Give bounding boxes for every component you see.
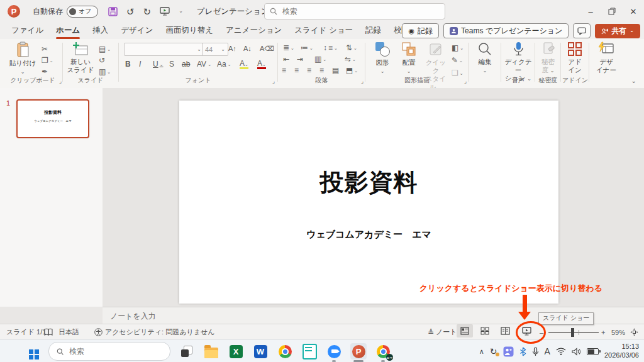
taskbar-search-input[interactable]	[68, 346, 162, 356]
copy-icon[interactable]: ❐⌄	[42, 57, 53, 64]
paragraph-dialog-launcher-icon[interactable]: ⌟	[361, 78, 364, 84]
task-view-button[interactable]	[179, 343, 195, 359]
change-case-button[interactable]: Aa⌄	[217, 60, 231, 68]
zoom-slider-thumb[interactable]	[571, 328, 574, 337]
undo-button[interactable]: ↺	[126, 7, 135, 16]
powerpoint-app-icon[interactable]: P	[8, 5, 20, 18]
slide-editing-area[interactable]: 投影資料 ウェブコムアカデミー エマ	[179, 101, 558, 304]
tray-expand-chevron-icon[interactable]: ∧	[479, 348, 484, 356]
slide-layout-icon[interactable]: ▤⌄	[99, 45, 111, 53]
text-sort-icon[interactable]: ⇅⌄	[346, 44, 357, 52]
fit-slide-to-window-button[interactable]	[630, 324, 638, 340]
file-explorer-button[interactable]	[203, 343, 219, 359]
start-button[interactable]	[29, 349, 33, 354]
clipboard-dialog-launcher-icon[interactable]: ⌟	[59, 78, 62, 84]
tab-insert[interactable]: 挿入	[86, 23, 114, 39]
text-direction-icon[interactable]: ⇋⌄	[345, 55, 356, 63]
section-icon[interactable]: ▥⌄	[99, 68, 111, 75]
tab-slideshow[interactable]: スライド ショー	[288, 23, 359, 39]
underline-button[interactable]: U⌄	[153, 60, 164, 68]
align-right-icon[interactable]: ≡	[307, 67, 311, 74]
clock[interactable]: 15:13 2026/03/06	[604, 343, 639, 360]
slide-sorter-view-button[interactable]	[477, 324, 493, 337]
accessibility-icon[interactable]	[94, 324, 103, 340]
align-center-icon[interactable]: ≡	[294, 67, 299, 74]
font-dialog-launcher-icon[interactable]: ⌟	[272, 78, 275, 84]
word-button[interactable]: W	[252, 343, 269, 359]
tab-record[interactable]: 記録	[359, 23, 387, 39]
customize-toolbar-chevron-icon[interactable]: ⌄	[179, 9, 183, 14]
tab-transitions[interactable]: 画面切り替え	[159, 23, 219, 39]
clear-formatting-icon[interactable]: A⌫	[260, 45, 274, 52]
share-button[interactable]: 共有 ⌄	[595, 24, 640, 38]
ribbon-collapse-button[interactable]: ⌄	[631, 78, 636, 84]
tab-home[interactable]: ホーム	[50, 23, 86, 39]
slide-subtitle[interactable]: ウェブコムアカデミー エマ	[179, 229, 558, 241]
designer-button[interactable]: デザ イナー	[591, 41, 621, 74]
spellcheck-icon[interactable]	[44, 324, 53, 340]
excel-button[interactable]: X	[228, 343, 244, 359]
slide-title[interactable]: 投影資料	[179, 167, 558, 199]
slide-thumbnail[interactable]: 投影資料 ウェブコムアカデミー エマ	[16, 99, 89, 138]
grow-font-icon[interactable]: A↑	[228, 45, 236, 52]
editing-button[interactable]: 編集⌄	[471, 41, 499, 74]
columns-icon[interactable]: ▥⌄	[314, 55, 326, 63]
accessibility-status[interactable]: アクセシビリティ: 問題ありません	[105, 324, 214, 340]
sensitivity-button[interactable]: 秘密 度 ⌄	[536, 41, 560, 74]
font-name-select[interactable]: ⌄	[124, 43, 204, 56]
decrease-indent-icon[interactable]: ⇤	[283, 55, 289, 63]
tab-file[interactable]: ファイル	[5, 23, 50, 39]
align-left-icon[interactable]: ≡	[282, 67, 286, 74]
ime-indicator[interactable]: A	[545, 346, 550, 356]
teams-present-button[interactable]: Teams でプレゼンテーション	[443, 23, 569, 38]
search-box[interactable]	[264, 3, 445, 19]
notepad-button[interactable]	[301, 343, 318, 359]
tab-design[interactable]: デザイン	[114, 23, 159, 39]
bold-button[interactable]: B	[125, 60, 131, 68]
convert-to-smartart-icon[interactable]: ⬒⌄	[346, 67, 358, 74]
slide-counter[interactable]: スライド 1/1	[6, 324, 46, 340]
redo-button[interactable]: ↻	[143, 7, 152, 16]
comments-button[interactable]	[573, 23, 591, 38]
font-color-button[interactable]: A⌄	[257, 60, 266, 69]
font-size-select[interactable]: 44 ⌄	[202, 43, 228, 56]
cut-icon[interactable]: ✂	[42, 45, 48, 53]
zoom-in-button[interactable]: +	[601, 324, 605, 340]
drawing-dialog-launcher-icon[interactable]: ⌟	[464, 78, 467, 84]
zoom-slider-track[interactable]	[548, 332, 599, 333]
text-shadow-button[interactable]: S	[169, 60, 174, 68]
shape-outline-icon[interactable]: ✎⌄	[452, 57, 463, 64]
minimize-button[interactable]: –	[580, 7, 601, 16]
arrange-button[interactable]: 配置⌄	[396, 41, 421, 75]
highlight-color-button[interactable]: A⌄	[240, 60, 248, 69]
wifi-icon[interactable]	[556, 348, 566, 355]
chrome-button[interactable]	[277, 343, 293, 359]
autosave-control[interactable]: 自動保存 オフ	[33, 6, 98, 18]
chrome-profile-button[interactable]: エマ	[375, 343, 391, 359]
tab-animations[interactable]: アニメーション	[219, 23, 288, 39]
justify-icon[interactable]: ≡	[319, 67, 324, 74]
shape-fill-icon[interactable]: ◧⌄	[452, 44, 464, 52]
reading-view-button[interactable]	[497, 324, 513, 337]
reset-slide-icon[interactable]: ↺	[99, 57, 105, 64]
language-indicator[interactable]: 日本語	[58, 324, 79, 340]
start-slideshow-icon[interactable]	[160, 7, 170, 16]
shrink-font-icon[interactable]: A↓	[243, 45, 252, 52]
character-spacing-button[interactable]: AV⌄	[197, 60, 211, 68]
increase-indent-icon[interactable]: ⇥	[297, 55, 303, 63]
format-painter-icon[interactable]: ✒	[42, 68, 48, 75]
italic-button[interactable]: I	[139, 60, 141, 68]
distribute-icon[interactable]: ▤	[332, 67, 339, 74]
bluetooth-icon[interactable]	[519, 347, 526, 356]
paste-button[interactable]: 貼り付け ⌄	[9, 41, 36, 75]
numbering-icon[interactable]: ≔⌄	[301, 44, 313, 52]
save-icon[interactable]	[108, 7, 118, 16]
notes-toggle-button[interactable]: ≜ ノート	[428, 324, 457, 340]
zoom-app-button[interactable]	[326, 343, 342, 359]
search-input[interactable]	[281, 6, 440, 16]
sync-status-icon[interactable]: ↻	[490, 347, 497, 356]
autosave-toggle[interactable]: オフ	[67, 6, 98, 18]
zoom-level[interactable]: 59%	[611, 324, 625, 340]
bullets-icon[interactable]: ≣⌄	[283, 44, 294, 52]
notes-placeholder[interactable]: ノートを入力	[110, 311, 156, 322]
